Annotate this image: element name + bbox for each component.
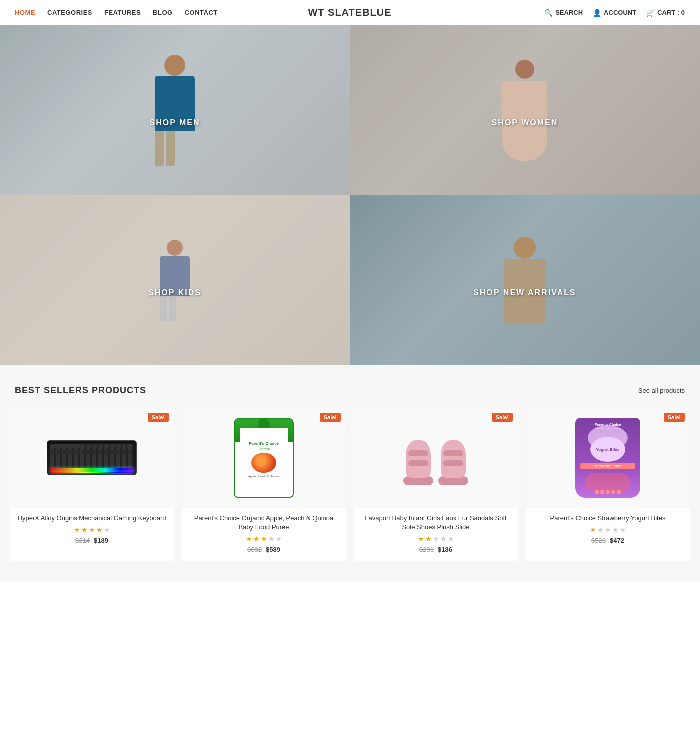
star-5: ★ [448, 535, 454, 543]
product-image-yogurt: Sale! Parent's Choice Le choix du parent… [526, 408, 690, 508]
product-image-babyfood: Sale! Parent's Choice Organic Apple, Pea… [182, 408, 346, 508]
hero-kids[interactable]: SHOP KIDS [0, 195, 350, 365]
price-original-yogurt: $523 [592, 537, 606, 544]
hero-men-label: SHOP MEN [150, 118, 200, 127]
star-5: ★ [620, 526, 626, 534]
hero-arrivals-label: SHOP NEW ARRIVALS [474, 288, 576, 297]
price-sale-babyfood: $589 [266, 546, 280, 553]
hero-overlay [0, 25, 350, 195]
yogurt-icon: Parent's Choice Le choix du parent Yogur… [576, 418, 640, 498]
star-2: ★ [598, 526, 604, 534]
product-name-yogurt: Parent's Choice Strawberry Yogurt Bites [533, 514, 683, 523]
product-card-babyfood[interactable]: Sale! Parent's Choice Organic Apple, Pea… [182, 408, 346, 561]
search-label: SEARCH [556, 9, 583, 16]
price-keyboard: $214 $189 [17, 537, 167, 544]
hero-women-label: SHOP WOMEN [492, 118, 558, 127]
star-1: ★ [418, 535, 424, 543]
account-icon: 👤 [593, 9, 602, 17]
star-3: ★ [605, 526, 612, 534]
product-card-sandals[interactable]: Sale! [354, 408, 518, 561]
star-3: ★ [89, 526, 96, 534]
star-1: ★ [74, 526, 80, 534]
sandals-icon [398, 425, 474, 490]
product-name-sandals: Lavaport Baby Infant Girls Faux Fur Sand… [361, 514, 511, 532]
product-info-babyfood: Parent's Choice Organic Apple, Peach & Q… [182, 508, 346, 553]
sale-badge-keyboard: Sale! [148, 413, 169, 422]
search-icon: 🔍 [544, 9, 553, 17]
babyfood-icon: Parent's Choice Organic Apple, Peach & Q… [234, 418, 294, 498]
star-4: ★ [440, 535, 447, 543]
product-info-yogurt: Parent's Choice Strawberry Yogurt Bites … [526, 508, 690, 544]
star-2: ★ [254, 535, 260, 543]
stars-babyfood: ★ ★ ★ ★ ★ [189, 535, 339, 543]
hero-overlay-women [350, 25, 700, 195]
price-original-keyboard: $214 [76, 537, 90, 544]
search-action[interactable]: 🔍 SEARCH [544, 9, 583, 17]
product-info-keyboard: HyperX Alloy Origins Mechanical Gaming K… [10, 508, 174, 544]
sale-badge-yogurt: Sale! [664, 413, 685, 422]
products-grid: Sale! [10, 408, 690, 561]
star-1: ★ [590, 526, 596, 534]
account-label: ACCOUNT [604, 9, 636, 16]
product-image-keyboard: Sale! [10, 408, 174, 508]
price-sale-sandals: $186 [438, 546, 452, 553]
product-info-sandals: Lavaport Baby Infant Girls Faux Fur Sand… [354, 508, 518, 553]
hero-kids-label: SHOP KIDS [148, 288, 202, 297]
site-header: HOME CATEGORIES FEATURES BLOG CONTACT WT… [0, 0, 700, 25]
account-action[interactable]: 👤 ACCOUNT [593, 9, 636, 17]
price-original-sandals: $201 [420, 546, 434, 553]
products-header: BEST SELLERS PRODUCTS See all products [10, 385, 690, 396]
price-original-babyfood: $682 [248, 546, 262, 553]
keyboard-icon [47, 440, 137, 475]
star-3: ★ [261, 535, 268, 543]
bestsellers-section: BEST SELLERS PRODUCTS See all products S… [0, 365, 700, 581]
nav-blog[interactable]: BLOG [153, 9, 173, 16]
products-title: BEST SELLERS PRODUCTS [15, 385, 146, 396]
star-4: ★ [612, 526, 619, 534]
star-2: ★ [82, 526, 88, 534]
nav-contact[interactable]: CONTACT [185, 9, 218, 16]
nav-categories[interactable]: CATEGORIES [48, 9, 92, 16]
main-nav: HOME CATEGORIES FEATURES BLOG CONTACT [15, 9, 218, 16]
product-image-sandals: Sale! [354, 408, 518, 508]
star-5: ★ [104, 526, 110, 534]
price-sale-keyboard: $189 [94, 537, 108, 544]
star-2: ★ [426, 535, 432, 543]
price-sandals: $201 $186 [361, 546, 511, 553]
nav-features[interactable]: FEATURES [104, 9, 141, 16]
hero-newarrivals[interactable]: SHOP NEW ARRIVALS [350, 195, 700, 365]
hero-overlay-arrivals [350, 195, 700, 365]
stars-sandals: ★ ★ ★ ★ ★ [361, 535, 511, 543]
hero-men[interactable]: SHOP MEN [0, 25, 350, 195]
hero-grid: SHOP MEN SHOP WOMEN SHOP KIDS [0, 25, 700, 365]
product-card-yogurt[interactable]: Sale! Parent's Choice Le choix du parent… [526, 408, 690, 561]
star-1: ★ [246, 535, 252, 543]
cart-label: CART : 0 [658, 9, 685, 16]
sale-badge-sandals: Sale! [492, 413, 513, 422]
star-4: ★ [268, 535, 275, 543]
sale-badge-babyfood: Sale! [320, 413, 341, 422]
product-card-keyboard[interactable]: Sale! [10, 408, 174, 561]
cart-icon: 🛒 [646, 9, 655, 17]
site-title: WT SLATEBLUE [308, 7, 392, 18]
hero-women[interactable]: SHOP WOMEN [350, 25, 700, 195]
star-4: ★ [96, 526, 103, 534]
header-actions: 🔍 SEARCH 👤 ACCOUNT 🛒 CART : 0 [544, 9, 685, 17]
price-yogurt: $523 $472 [533, 537, 683, 544]
product-name-keyboard: HyperX Alloy Origins Mechanical Gaming K… [17, 514, 167, 523]
star-3: ★ [433, 535, 440, 543]
price-sale-yogurt: $472 [610, 537, 624, 544]
cart-action[interactable]: 🛒 CART : 0 [646, 9, 685, 17]
price-babyfood: $682 $589 [189, 546, 339, 553]
hero-overlay-kids [0, 195, 350, 365]
product-name-babyfood: Parent's Choice Organic Apple, Peach & Q… [189, 514, 339, 532]
stars-yogurt: ★ ★ ★ ★ ★ [533, 526, 683, 534]
see-all-link[interactable]: See all products [638, 387, 685, 394]
stars-keyboard: ★ ★ ★ ★ ★ [17, 526, 167, 534]
star-5: ★ [276, 535, 282, 543]
nav-home[interactable]: HOME [15, 9, 36, 16]
